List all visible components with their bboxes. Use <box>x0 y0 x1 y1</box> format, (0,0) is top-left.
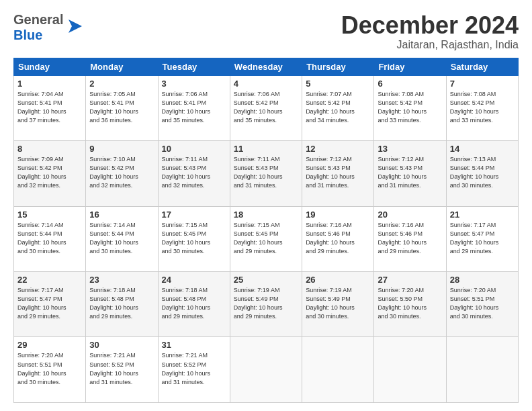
empty-cell <box>302 337 374 403</box>
calendar-row: 1Sunrise: 7:04 AMSunset: 5:41 PMDaylight… <box>14 75 519 140</box>
day-cell: 10Sunrise: 7:11 AMSunset: 5:43 PMDayligh… <box>158 141 230 206</box>
day-number: 24 <box>162 275 226 285</box>
day-cell: 28Sunrise: 7:20 AMSunset: 5:51 PMDayligh… <box>446 272 518 337</box>
day-info: Sunrise: 7:12 AMSunset: 5:43 PMDaylight:… <box>378 155 442 190</box>
day-number: 9 <box>89 144 154 154</box>
day-number: 8 <box>17 144 82 154</box>
day-info: Sunrise: 7:04 AMSunset: 5:41 PMDaylight:… <box>17 90 82 125</box>
day-cell: 24Sunrise: 7:18 AMSunset: 5:48 PMDayligh… <box>158 272 230 337</box>
weekday-header-row: Sunday Monday Tuesday Wednesday Thursday… <box>14 58 519 75</box>
day-cell: 11Sunrise: 7:11 AMSunset: 5:43 PMDayligh… <box>230 141 302 206</box>
day-info: Sunrise: 7:15 AMSunset: 5:45 PMDaylight:… <box>234 221 298 256</box>
day-number: 10 <box>162 144 226 154</box>
day-number: 23 <box>89 275 154 285</box>
header-thursday: Thursday <box>302 58 374 75</box>
day-number: 20 <box>378 210 442 220</box>
calendar-row: 8Sunrise: 7:09 AMSunset: 5:42 PMDaylight… <box>14 141 519 206</box>
day-number: 13 <box>378 144 442 154</box>
day-info: Sunrise: 7:17 AMSunset: 5:47 PMDaylight:… <box>17 286 82 321</box>
logo: General Blue <box>13 12 85 43</box>
day-info: Sunrise: 7:19 AMSunset: 5:49 PMDaylight:… <box>306 286 370 321</box>
day-cell: 21Sunrise: 7:17 AMSunset: 5:47 PMDayligh… <box>446 206 518 271</box>
day-number: 27 <box>378 275 442 285</box>
day-cell: 5Sunrise: 7:07 AMSunset: 5:42 PMDaylight… <box>302 75 374 140</box>
empty-cell <box>230 337 302 403</box>
day-cell: 27Sunrise: 7:20 AMSunset: 5:50 PMDayligh… <box>374 272 446 337</box>
header-tuesday: Tuesday <box>158 58 230 75</box>
title-block: December 2024 Jaitaran, Rajasthan, India <box>341 12 519 51</box>
day-number: 3 <box>162 79 226 89</box>
day-number: 6 <box>378 79 442 89</box>
day-cell: 7Sunrise: 7:08 AMSunset: 5:42 PMDaylight… <box>446 75 518 140</box>
day-number: 26 <box>306 275 370 285</box>
day-info: Sunrise: 7:07 AMSunset: 5:42 PMDaylight:… <box>306 90 370 125</box>
day-info: Sunrise: 7:05 AMSunset: 5:41 PMDaylight:… <box>89 90 154 125</box>
day-number: 2 <box>89 79 154 89</box>
day-cell: 19Sunrise: 7:16 AMSunset: 5:46 PMDayligh… <box>302 206 374 271</box>
svg-marker-0 <box>69 19 82 33</box>
day-info: Sunrise: 7:11 AMSunset: 5:43 PMDaylight:… <box>234 155 298 190</box>
day-cell: 2Sunrise: 7:05 AMSunset: 5:41 PMDaylight… <box>86 75 158 140</box>
day-number: 5 <box>306 79 370 89</box>
logo-image: General Blue <box>13 12 85 43</box>
day-info: Sunrise: 7:17 AMSunset: 5:47 PMDaylight:… <box>450 221 515 256</box>
day-number: 22 <box>17 275 82 285</box>
day-number: 7 <box>450 79 515 89</box>
day-info: Sunrise: 7:14 AMSunset: 5:44 PMDaylight:… <box>89 221 154 256</box>
day-number: 21 <box>450 210 515 220</box>
empty-cell <box>374 337 446 403</box>
day-cell: 17Sunrise: 7:15 AMSunset: 5:45 PMDayligh… <box>158 206 230 271</box>
day-info: Sunrise: 7:10 AMSunset: 5:42 PMDaylight:… <box>89 155 154 190</box>
day-cell: 22Sunrise: 7:17 AMSunset: 5:47 PMDayligh… <box>14 272 86 337</box>
day-info: Sunrise: 7:14 AMSunset: 5:44 PMDaylight:… <box>17 221 82 256</box>
day-number: 11 <box>234 144 298 154</box>
day-info: Sunrise: 7:20 AMSunset: 5:51 PMDaylight:… <box>17 351 82 386</box>
day-info: Sunrise: 7:06 AMSunset: 5:42 PMDaylight:… <box>234 90 298 125</box>
empty-cell <box>446 337 518 403</box>
day-info: Sunrise: 7:20 AMSunset: 5:51 PMDaylight:… <box>450 286 515 321</box>
calendar-row: 22Sunrise: 7:17 AMSunset: 5:47 PMDayligh… <box>14 272 519 337</box>
location-title: Jaitaran, Rajasthan, India <box>341 39 519 51</box>
logo-arrow-icon <box>65 16 85 36</box>
month-title: December 2024 <box>341 12 519 39</box>
day-number: 12 <box>306 144 370 154</box>
day-number: 4 <box>234 79 298 89</box>
header-wednesday: Wednesday <box>230 58 302 75</box>
day-cell: 31Sunrise: 7:21 AMSunset: 5:52 PMDayligh… <box>158 337 230 403</box>
header-saturday: Saturday <box>446 58 518 75</box>
day-number: 31 <box>162 340 226 350</box>
day-info: Sunrise: 7:12 AMSunset: 5:43 PMDaylight:… <box>306 155 370 190</box>
day-cell: 14Sunrise: 7:13 AMSunset: 5:44 PMDayligh… <box>446 141 518 206</box>
day-info: Sunrise: 7:16 AMSunset: 5:46 PMDaylight:… <box>378 221 442 256</box>
page: General Blue December 2024 Jaitaran, Raj… <box>0 0 532 411</box>
day-info: Sunrise: 7:21 AMSunset: 5:52 PMDaylight:… <box>89 351 154 386</box>
day-cell: 6Sunrise: 7:08 AMSunset: 5:42 PMDaylight… <box>374 75 446 140</box>
day-cell: 4Sunrise: 7:06 AMSunset: 5:42 PMDaylight… <box>230 75 302 140</box>
day-info: Sunrise: 7:13 AMSunset: 5:44 PMDaylight:… <box>450 155 515 190</box>
day-number: 14 <box>450 144 515 154</box>
day-cell: 15Sunrise: 7:14 AMSunset: 5:44 PMDayligh… <box>14 206 86 271</box>
day-info: Sunrise: 7:16 AMSunset: 5:46 PMDaylight:… <box>306 221 370 256</box>
day-number: 17 <box>162 210 226 220</box>
day-info: Sunrise: 7:20 AMSunset: 5:50 PMDaylight:… <box>378 286 442 321</box>
header: General Blue December 2024 Jaitaran, Raj… <box>13 12 519 51</box>
day-info: Sunrise: 7:18 AMSunset: 5:48 PMDaylight:… <box>162 286 226 321</box>
day-number: 15 <box>17 210 82 220</box>
day-info: Sunrise: 7:06 AMSunset: 5:41 PMDaylight:… <box>162 90 226 125</box>
day-number: 25 <box>234 275 298 285</box>
logo-text: General Blue <box>13 12 63 43</box>
day-cell: 23Sunrise: 7:18 AMSunset: 5:48 PMDayligh… <box>86 272 158 337</box>
day-cell: 18Sunrise: 7:15 AMSunset: 5:45 PMDayligh… <box>230 206 302 271</box>
day-cell: 26Sunrise: 7:19 AMSunset: 5:49 PMDayligh… <box>302 272 374 337</box>
day-cell: 12Sunrise: 7:12 AMSunset: 5:43 PMDayligh… <box>302 141 374 206</box>
day-number: 29 <box>17 340 82 350</box>
day-info: Sunrise: 7:18 AMSunset: 5:48 PMDaylight:… <box>89 286 154 321</box>
calendar: Sunday Monday Tuesday Wednesday Thursday… <box>13 58 519 403</box>
calendar-row: 15Sunrise: 7:14 AMSunset: 5:44 PMDayligh… <box>14 206 519 271</box>
day-number: 30 <box>89 340 154 350</box>
day-info: Sunrise: 7:19 AMSunset: 5:49 PMDaylight:… <box>234 286 298 321</box>
day-cell: 13Sunrise: 7:12 AMSunset: 5:43 PMDayligh… <box>374 141 446 206</box>
day-number: 18 <box>234 210 298 220</box>
calendar-row: 29Sunrise: 7:20 AMSunset: 5:51 PMDayligh… <box>14 337 519 403</box>
day-cell: 8Sunrise: 7:09 AMSunset: 5:42 PMDaylight… <box>14 141 86 206</box>
